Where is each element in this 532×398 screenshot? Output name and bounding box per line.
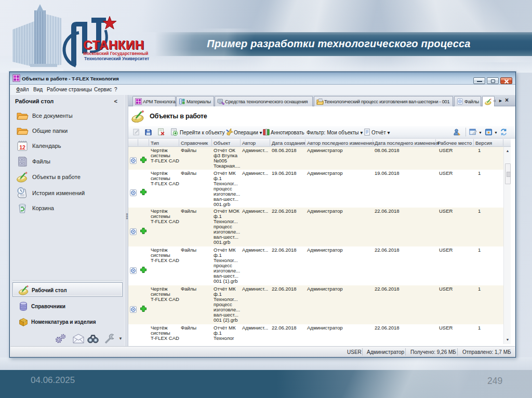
svg-text:Технологический Университет: Технологический Университет (84, 56, 149, 61)
svg-text:12: 12 (19, 144, 25, 150)
